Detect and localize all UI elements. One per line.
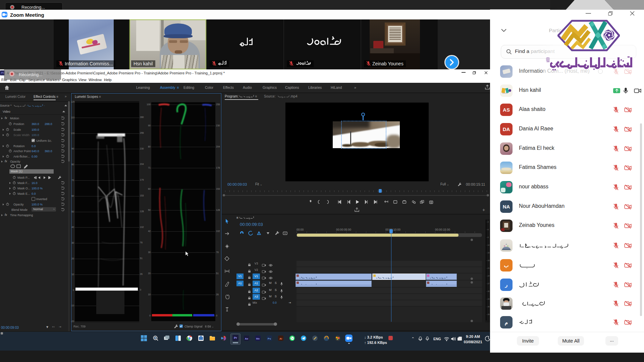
svg-text:Ps: Ps <box>268 337 271 340</box>
svg-text:Me: Me <box>256 337 260 340</box>
svg-text:Ai: Ai <box>279 337 282 340</box>
svg-text:Ae: Ae <box>245 337 249 340</box>
svg-text:Syndicate: Syndicate <box>502 92 508 94</box>
